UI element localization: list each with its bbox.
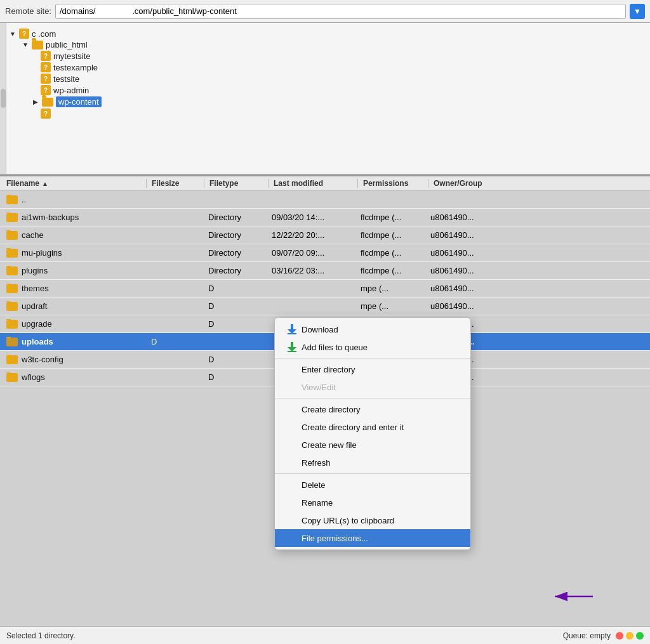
- tree-item-extra[interactable]: ?: [9, 108, 650, 119]
- empty-icon: [286, 479, 298, 490]
- table-row[interactable]: themes D mpe (... u8061490...: [0, 280, 650, 298]
- tree-item-domain[interactable]: ▼ ? c .com: [9, 28, 650, 39]
- table-row[interactable]: cache Directory 12/22/20 20:... flcdmpe …: [0, 227, 650, 244]
- file-cell-type: D: [203, 372, 267, 382]
- folder-icon: [6, 249, 18, 258]
- filesize-header-label: Filesize: [152, 179, 179, 188]
- file-cell-type: Directory: [203, 266, 267, 275]
- tree-item-wp-admin[interactable]: ? wp-admin: [9, 84, 650, 96]
- table-header: Filename ▲ Filesize Filetype Last modifi…: [0, 176, 650, 191]
- file-cell-own: u8061490...: [425, 301, 508, 311]
- file-cell-type: D: [203, 319, 267, 329]
- folder-icon: [6, 320, 18, 329]
- remote-bar: Remote site: ▼: [0, 0, 650, 23]
- testsite-label: testsite: [53, 74, 79, 84]
- tree-item-testexample[interactable]: ? testexample: [9, 62, 650, 73]
- file-cell-perm: mpe (...: [355, 301, 425, 311]
- question-icon: ?: [41, 62, 51, 72]
- file-cell-perm: flcdmpe (...: [355, 230, 425, 240]
- file-cell-name: plugins: [0, 266, 146, 275]
- menu-item-enter-directory[interactable]: Enter directory: [275, 360, 470, 378]
- file-cell-type: D: [203, 284, 267, 293]
- col-header-filetype[interactable]: Filetype: [204, 179, 268, 188]
- remote-site-input[interactable]: [55, 4, 626, 19]
- menu-item-create-directory[interactable]: Create directory: [275, 400, 470, 418]
- add-queue-icon: [286, 341, 298, 353]
- col-header-filesize[interactable]: Filesize: [147, 179, 204, 188]
- tree-item-public-html[interactable]: ▼ public_html: [9, 39, 650, 50]
- file-cell-perm: flcdmpe (...: [355, 248, 425, 258]
- menu-label-create-directory: Create directory: [302, 405, 360, 414]
- folder-icon: [6, 266, 18, 275]
- file-cell-mod: 09/03/20 14:...: [267, 213, 355, 222]
- menu-item-add-queue[interactable]: Add files to queue: [275, 338, 470, 356]
- folder-icon: [6, 355, 18, 364]
- empty-icon: [286, 515, 298, 526]
- tree-item-wp-content[interactable]: ▶ wp-content: [9, 96, 650, 108]
- tree-item-testsite[interactable]: ? testsite: [9, 73, 650, 84]
- menu-item-rename[interactable]: Rename: [275, 494, 470, 511]
- file-cell-mod: 09/07/20 09:...: [267, 248, 355, 258]
- file-cell-size: D: [146, 337, 203, 346]
- file-cell-perm: mpe (...: [355, 284, 425, 293]
- menu-item-delete[interactable]: Delete: [275, 476, 470, 494]
- menu-item-copy-url[interactable]: Copy URL(s) to clipboard: [275, 511, 470, 529]
- table-row[interactable]: plugins Directory 03/16/22 03:... flcdmp…: [0, 262, 650, 280]
- svg-rect-3: [291, 342, 293, 347]
- menu-label-delete: Delete: [302, 480, 326, 490]
- menu-item-file-permissions[interactable]: File permissions...: [275, 529, 470, 547]
- question-icon: ?: [41, 108, 51, 119]
- file-cell-own: u8061490...: [425, 248, 508, 258]
- filetype-header-label: Filetype: [209, 179, 238, 188]
- file-cell-type: Directory: [203, 248, 267, 258]
- status-bar: Selected 1 directory. Queue: empty: [0, 626, 650, 644]
- empty-icon: [286, 457, 298, 468]
- file-name: ai1wm-backups: [22, 213, 79, 222]
- col-header-filename[interactable]: Filename ▲: [0, 179, 146, 188]
- empty-icon: [286, 404, 298, 415]
- table-row[interactable]: ai1wm-backups Directory 09/03/20 14:... …: [0, 209, 650, 227]
- chevron-icon: ▼: [9, 30, 17, 37]
- file-cell-name: upgrade: [0, 319, 146, 329]
- col-header-permissions[interactable]: Permissions: [358, 179, 428, 188]
- table-row[interactable]: ..: [0, 191, 650, 209]
- col-header-ownergroup[interactable]: Owner/Group: [428, 179, 511, 188]
- menu-item-download[interactable]: Download: [275, 320, 470, 338]
- traffic-light-red: [616, 632, 623, 640]
- col-header-lastmod[interactable]: Last modified: [269, 179, 357, 188]
- file-cell-mod: 12/22/20 20:...: [267, 230, 355, 240]
- table-row[interactable]: updraft D mpe (... u8061490...: [0, 298, 650, 315]
- menu-item-refresh[interactable]: Refresh: [275, 454, 470, 471]
- menu-item-create-new-file[interactable]: Create new file: [275, 436, 470, 454]
- menu-label-add-queue: Add files to queue: [302, 343, 368, 352]
- context-menu: Download Add files to queue Enter direct…: [274, 317, 471, 550]
- empty-icon: [286, 364, 298, 375]
- file-name: upgrade: [22, 319, 52, 329]
- folder-icon: [6, 284, 18, 293]
- menu-label-enter-directory: Enter directory: [302, 365, 355, 374]
- file-cell-perm: flcdmpe (...: [355, 213, 425, 222]
- folder-icon: [6, 195, 18, 204]
- tree-scrollbar[interactable]: [0, 23, 6, 174]
- menu-item-create-directory-enter[interactable]: Create directory and enter it: [275, 418, 470, 436]
- lastmod-header-label: Last modified: [274, 179, 323, 188]
- file-name: updraft: [22, 301, 47, 311]
- file-cell-name: ..: [0, 195, 146, 204]
- selected-status: Selected 1 directory.: [6, 631, 76, 640]
- table-row[interactable]: mu-plugins Directory 09/07/20 09:... flc…: [0, 244, 650, 262]
- tree-item-mytestsite[interactable]: ? mytestsite: [9, 50, 650, 62]
- traffic-light-yellow: [626, 632, 633, 640]
- question-icon: ?: [19, 29, 29, 39]
- folder-icon: [6, 373, 18, 382]
- svg-rect-5: [288, 351, 296, 352]
- menu-label-create-directory-enter: Create directory and enter it: [302, 423, 404, 432]
- file-cell-type: D: [203, 355, 267, 364]
- remote-bar-chevron[interactable]: ▼: [630, 4, 645, 19]
- queue-label: Queue: empty: [563, 631, 611, 640]
- sort-arrow-icon: ▲: [42, 180, 48, 187]
- filename-header-label: Filename: [6, 179, 39, 188]
- file-cell-name: mu-plugins: [0, 248, 146, 258]
- download-icon: [286, 324, 298, 335]
- file-cell-name: wflogs: [0, 372, 146, 382]
- file-name: plugins: [22, 266, 48, 275]
